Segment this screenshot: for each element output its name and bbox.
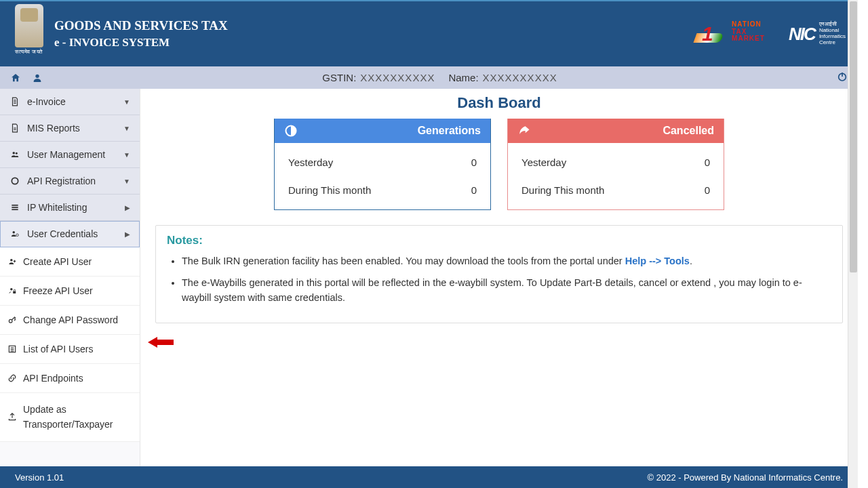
sidebar-item-e-invoice[interactable]: e-Invoice ▼ — [0, 89, 140, 115]
gstin-label: GSTIN: — [322, 72, 356, 83]
app-title-line1: GOODS AND SERVICES TAX — [54, 17, 228, 35]
svg-point-9 — [16, 152, 18, 155]
svg-rect-13 — [12, 209, 18, 210]
national-emblem-icon: सत्यमेव जयते — [12, 4, 46, 64]
one-nation-tax-market-logo: 1 NATION TAX MARKET — [702, 21, 776, 47]
sidebar-item-mis-reports[interactable]: MIS Reports ▼ — [0, 115, 140, 142]
row-value: 0 — [705, 157, 710, 168]
key-icon — [7, 314, 18, 325]
subitem-create-api-user[interactable]: Create API User — [0, 247, 140, 277]
subitem-list-of-api-users[interactable]: List of API Users — [0, 335, 140, 364]
page-title: Dash Board — [155, 94, 843, 112]
contrast-icon — [284, 124, 298, 138]
row-label: Yesterday — [521, 157, 566, 168]
svg-rect-18 — [13, 291, 16, 294]
name-label: Name: — [448, 72, 478, 83]
card-row: Yesterday 0 — [508, 148, 724, 176]
chevron-down-icon: ▼ — [123, 151, 130, 159]
subitem-api-endpoints[interactable]: API Endpoints — [0, 364, 140, 393]
svg-rect-12 — [12, 207, 18, 208]
upload-icon — [7, 411, 18, 422]
card-row: During This month 0 — [508, 176, 724, 204]
subitem-label: Update as Transporter/Taxpayer — [23, 402, 133, 432]
info-bar: GSTIN:XXXXXXXXXX Name:XXXXXXXXXX — [0, 66, 858, 89]
subitem-label: List of API Users — [23, 344, 93, 354]
emblem-block: सत्यमेव जयते GOODS AND SERVICES TAX e - … — [12, 4, 228, 64]
help-tools-link[interactable]: Help --> Tools — [625, 256, 690, 266]
row-label: During This month — [288, 184, 371, 196]
svg-point-17 — [10, 288, 13, 291]
subitem-freeze-api-user[interactable]: Freeze API User — [0, 277, 140, 306]
gstin-value: XXXXXXXXXX — [360, 72, 435, 83]
vertical-scrollbar[interactable] — [848, 0, 858, 488]
notes-panel: Notes: The Bulk IRN generation facility … — [155, 225, 843, 323]
sidebar-item-ip-whitelisting[interactable]: IP Whitelisting ▶ — [0, 195, 140, 221]
header-right: 1 NATION TAX MARKET NIC एनआईसी National … — [702, 21, 846, 47]
note-item: The e-Waybills generated in this portal … — [182, 276, 831, 306]
cancelled-card: Cancelled Yesterday 0 During This month … — [507, 119, 724, 210]
chevron-right-icon: ▶ — [125, 204, 130, 211]
row-value: 0 — [705, 184, 710, 196]
notes-title: Notes: — [167, 234, 831, 247]
version-text: Version 1.01 — [15, 472, 64, 483]
chevron-down-icon: ▼ — [123, 125, 130, 132]
name-value: XXXXXXXXXX — [483, 72, 557, 83]
app-title: GOODS AND SERVICES TAX e - INVOICE SYSTE… — [54, 17, 228, 51]
sidebar-item-api-registration[interactable]: API Registration ▼ — [0, 168, 140, 195]
user-lock-icon — [7, 285, 18, 296]
list-box-icon — [7, 344, 18, 354]
ring-icon — [9, 176, 20, 186]
home-icon[interactable] — [9, 72, 22, 84]
sidebar-item-user-management[interactable]: User Management ▼ — [0, 142, 140, 168]
svg-point-10 — [12, 178, 18, 184]
list-icon — [9, 202, 20, 213]
power-icon[interactable] — [836, 70, 848, 83]
copyright-text: © 2022 - Powered By National Informatics… — [648, 472, 844, 483]
subitem-label: API Endpoints — [23, 373, 83, 384]
user-plus-icon — [7, 256, 18, 267]
subitem-update-as-transporter[interactable]: Update as Transporter/Taxpayer — [0, 393, 140, 442]
sidebar: e-Invoice ▼ MIS Reports ▼ User Managemen… — [0, 89, 140, 466]
row-value: 0 — [471, 184, 477, 196]
chevron-down-icon: ▼ — [123, 98, 130, 106]
file-icon — [9, 96, 20, 107]
subitem-label: Create API User — [23, 256, 92, 267]
link-icon — [7, 373, 18, 384]
svg-point-0 — [35, 74, 39, 77]
svg-point-8 — [13, 152, 16, 155]
card-row: During This month 0 — [275, 176, 490, 204]
app-title-line2: e - INVOICE SYSTEM — [54, 35, 228, 51]
file-icon — [9, 123, 20, 134]
subitem-label: Freeze API User — [23, 285, 93, 296]
user-icon[interactable] — [31, 72, 43, 84]
svg-point-15 — [16, 234, 19, 237]
row-label: Yesterday — [288, 157, 333, 168]
nic-logo: NIC एनआईसी National Informatics Centre — [789, 22, 846, 45]
sidebar-submenu: Create API User Freeze API User Change A… — [0, 247, 140, 442]
card-title: Generations — [418, 125, 481, 137]
app-header: सत्यमेव जयते GOODS AND SERVICES TAX e - … — [0, 0, 858, 66]
subitem-change-api-password[interactable]: Change API Password — [0, 306, 140, 335]
card-row: Yesterday 0 — [275, 148, 490, 176]
sidebar-item-label: e-Invoice — [27, 96, 66, 107]
scrollbar-thumb[interactable] — [850, 1, 857, 272]
svg-point-19 — [9, 319, 12, 323]
sidebar-item-label: User Management — [27, 149, 105, 160]
chevron-down-icon: ▼ — [123, 178, 130, 185]
note-item: The Bulk IRN generation facility has bee… — [182, 254, 831, 269]
generations-card: Generations Yesterday 0 During This mont… — [274, 119, 491, 210]
card-title: Cancelled — [663, 125, 714, 137]
row-label: During This month — [521, 184, 604, 196]
sidebar-item-label: User Credentials — [27, 228, 98, 239]
chevron-right-icon: ▶ — [125, 230, 130, 238]
svg-point-16 — [10, 259, 13, 262]
sidebar-item-user-credentials[interactable]: User Credentials ▶ — [0, 221, 140, 247]
annotation-arrow-icon — [148, 337, 174, 348]
row-value: 0 — [471, 157, 477, 168]
svg-point-14 — [13, 231, 16, 234]
share-arrow-icon — [517, 124, 531, 138]
sidebar-item-label: IP Whitelisting — [27, 202, 87, 213]
subitem-label: Change API Password — [23, 314, 118, 325]
user-cog-icon — [9, 228, 20, 239]
sidebar-item-label: API Registration — [27, 176, 96, 186]
